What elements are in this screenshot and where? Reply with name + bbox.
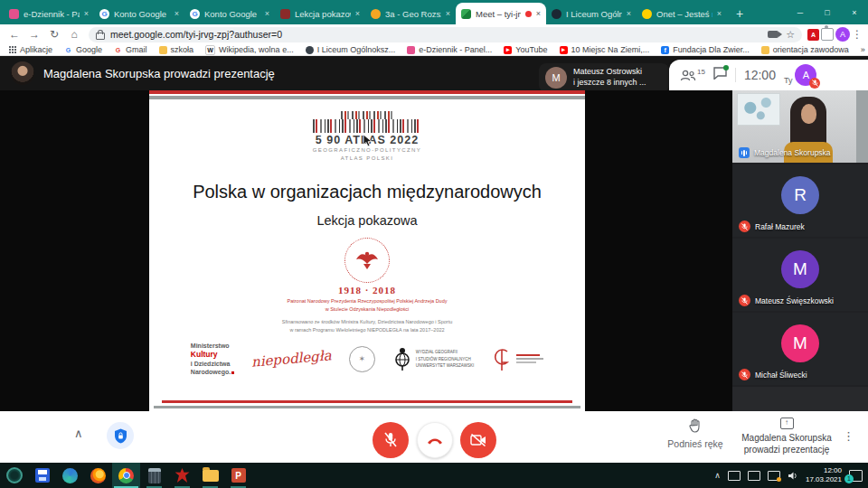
tab-close-icon[interactable]: × — [175, 9, 179, 18]
bookmark-liceum[interactable]: I Liceum Ogólnoksz... — [306, 45, 396, 54]
windows-taskbar: P ∧ 12:00 17.03.2021 1 — [0, 463, 868, 488]
participants-pill-line2: i jeszcze 8 innych ... — [573, 78, 646, 89]
tab-close-icon[interactable]: × — [536, 9, 541, 18]
padlock-icon[interactable] — [96, 33, 105, 40]
participant-name: Michał Śliwecki — [755, 371, 807, 380]
meeting-safety-button[interactable] — [107, 422, 134, 449]
bookmark-10-miejsc[interactable]: ▸ 10 Miejsc Na Ziemi,... — [560, 45, 650, 54]
profile-avatar[interactable]: A — [835, 27, 850, 42]
google-favicon: G — [99, 9, 109, 19]
address-bar[interactable]: meet.google.com/tyi-jrvg-zpj?authuser=0 … — [89, 27, 802, 42]
tab-title: Konto Google — [204, 9, 260, 19]
tray-update-icon[interactable] — [768, 471, 780, 481]
globe-grid-icon — [392, 347, 412, 371]
window-minimize-button[interactable]: ─ — [787, 8, 814, 17]
tray-expand-icon[interactable]: ∧ — [714, 471, 721, 480]
taskbar-clock[interactable]: 12:00 17.03.2021 — [806, 466, 842, 485]
bookmark-folder-szkola[interactable]: szkoła — [159, 45, 194, 54]
url-text[interactable]: meet.google.com/tyi-jrvg-zpj?authuser=0 — [110, 29, 282, 40]
tab-onet[interactable]: Onet – Jesteś na b × — [637, 3, 727, 24]
window-maximize-button[interactable]: □ — [814, 8, 841, 17]
chat-button[interactable] — [713, 67, 727, 83]
tray-folder-icon[interactable] — [748, 471, 760, 481]
tab-title: 3a - Geo Rozszerz — [385, 9, 441, 19]
window-close-button[interactable]: × — [841, 8, 868, 17]
browser-menu-icon[interactable]: ⋮ — [852, 28, 863, 41]
taskbar-edge[interactable] — [56, 463, 84, 488]
participants-button[interactable]: 15 — [680, 70, 705, 81]
bookmark-apps[interactable]: Aplikacje — [9, 45, 52, 54]
adobe-extension-icon[interactable]: A — [807, 29, 819, 41]
bookmark-fundacja[interactable]: f Fundacja Dla Zwier... — [661, 45, 750, 54]
bookmarks-overflow-button[interactable]: » — [861, 45, 865, 54]
tab-close-icon[interactable]: × — [84, 9, 89, 18]
leave-call-button[interactable] — [417, 422, 453, 458]
present-icon: ↑ — [780, 418, 794, 429]
eagle-icon — [354, 249, 381, 272]
taskbar-red-app[interactable] — [168, 463, 196, 488]
presentation-status[interactable]: ↑ Magdalena Skorupska prowadzi prezentac… — [741, 418, 832, 455]
tab-geo-rozszerzona[interactable]: 3a - Geo Rozszerz × — [365, 3, 456, 24]
taskbar-file-explorer[interactable] — [196, 463, 224, 488]
bookmark-google[interactable]: G Google — [64, 45, 102, 54]
tab-lekcja-pokazowa[interactable]: Lekcja pokazowa × — [275, 3, 365, 24]
reload-button[interactable]: ↻ — [45, 28, 63, 41]
speaker-icon[interactable] — [788, 471, 798, 481]
tab-close-icon[interactable]: × — [717, 9, 722, 18]
tab-konto-google-1[interactable]: G Konto Google × — [94, 3, 184, 24]
presentation-stage: 5 90 ATLAS 2022 GEOGRAFICZNO-POLITYCZNY … — [0, 90, 732, 411]
video-tile-michal[interactable]: M Michał Śliwecki — [732, 313, 868, 385]
tab-liceum[interactable]: I Liceum Ogólnok × — [546, 3, 637, 24]
wall-shade — [856, 90, 868, 163]
new-tab-button[interactable]: + — [736, 6, 743, 21]
bookmark-edziennik[interactable]: e-Dziennik - Panel... — [407, 45, 492, 54]
forward-button[interactable]: → — [25, 28, 43, 41]
bookmark-star-icon[interactable]: ☆ — [786, 29, 795, 41]
taskbar-floppy-app[interactable] — [28, 463, 56, 488]
action-center-button[interactable]: 1 — [849, 470, 863, 482]
self-mic-muted-icon — [809, 78, 820, 89]
bookmark-wikipedia[interactable]: W Wikipedia, wolna e... — [205, 45, 294, 55]
meet-top-bar: 15 12:00 Ty A — [669, 60, 868, 90]
raise-hand-button[interactable]: Podnieś rękę — [655, 418, 736, 449]
home-button[interactable]: ⌂ — [65, 28, 83, 41]
taskbar-chrome-active[interactable] — [112, 463, 140, 488]
expand-controls-button[interactable]: ∧ — [74, 427, 83, 440]
tab-meet-active[interactable]: Meet – tyi-jrv × — [456, 3, 546, 24]
start-button[interactable] — [0, 463, 28, 488]
extensions-puzzle-icon[interactable] — [821, 28, 834, 41]
tab-close-icon[interactable]: × — [265, 9, 269, 18]
tab-title: Meet – tyi-jrv — [476, 9, 521, 19]
shield-lock-icon — [114, 428, 127, 444]
camera-in-use-icon[interactable] — [768, 31, 778, 38]
more-options-button[interactable]: ⋮ — [843, 429, 854, 443]
logo-caption-bars — [516, 354, 543, 363]
presenter-banner-text: Magdalena Skorupska prowadzi prezentację — [43, 67, 275, 80]
anniversary-years: 1918 · 2018 — [338, 285, 396, 296]
video-tile-magdalena[interactable]: Magdalena Skorupska — [732, 90, 868, 163]
tab-close-icon[interactable]: × — [355, 9, 360, 18]
taskbar-powerpoint[interactable]: P — [224, 463, 252, 488]
bookmark-youtube[interactable]: ▸ YouTube — [504, 45, 547, 54]
mic-mute-button[interactable] — [373, 422, 409, 458]
bookmark-folder-orientacja[interactable]: orientacja zawodowa — [761, 45, 849, 54]
back-button[interactable]: ← — [5, 28, 24, 41]
participants-pill[interactable]: M Mateusz Ostrowski i jeszcze 8 innych .… — [539, 63, 669, 92]
video-tile-rafal[interactable]: R Rafał Mazurek — [732, 164, 868, 237]
tab-close-icon[interactable]: × — [627, 9, 631, 18]
tray-window-icon[interactable] — [728, 471, 741, 481]
folder-icon — [761, 46, 769, 54]
tab-edziennik[interactable]: e-Dziennik - Pane × — [4, 3, 94, 24]
camera-toggle-button[interactable] — [460, 422, 496, 458]
political-geography-logo — [491, 346, 543, 371]
apps-grid-icon — [9, 46, 16, 53]
mic-muted-icon — [739, 221, 750, 232]
tab-close-icon[interactable]: × — [446, 9, 450, 18]
video-tile-mateusz[interactable]: M Mateusz Święszkowski — [732, 239, 868, 311]
tab-konto-google-2[interactable]: G Konto Google × — [184, 3, 275, 24]
self-view[interactable]: Ty A — [784, 64, 817, 86]
bookmark-gmail[interactable]: G Gmail — [114, 45, 147, 54]
taskbar-calculator[interactable] — [140, 463, 168, 488]
chrome-icon — [118, 468, 134, 483]
taskbar-firefox[interactable] — [84, 463, 112, 488]
